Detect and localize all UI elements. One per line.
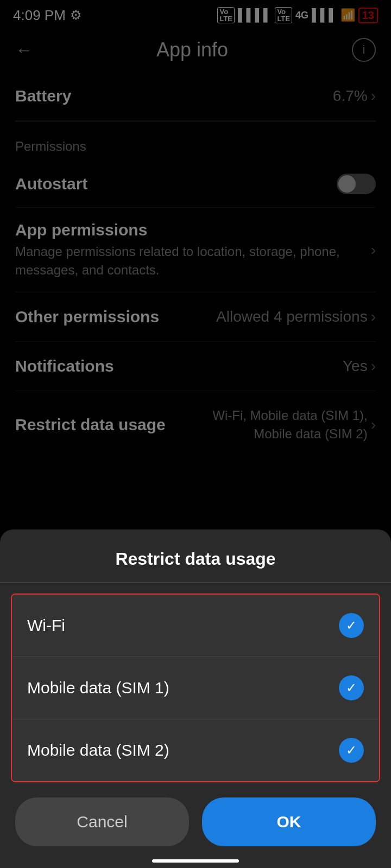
restrict-data-usage-modal: Restrict data usage Wi-Fi ✓ Mobile data … (0, 529, 391, 868)
cancel-button[interactable]: Cancel (15, 797, 189, 846)
sim2-checkbox[interactable]: ✓ (339, 738, 364, 763)
sim1-option-label: Mobile data (SIM 1) (27, 679, 169, 697)
wifi-option-item[interactable]: Wi-Fi ✓ (12, 595, 379, 656)
data-options-list: Wi-Fi ✓ Mobile data (SIM 1) ✓ Mobile dat… (11, 593, 380, 782)
sim2-checkmark-icon: ✓ (346, 743, 357, 758)
wifi-option-label: Wi-Fi (27, 616, 65, 635)
sim1-checkbox[interactable]: ✓ (339, 675, 364, 700)
home-indicator (152, 859, 239, 863)
sim1-checkmark-icon: ✓ (346, 680, 357, 695)
wifi-checkbox[interactable]: ✓ (339, 613, 364, 638)
modal-buttons: Cancel OK (0, 782, 391, 857)
wifi-checkmark-icon: ✓ (346, 618, 357, 633)
sim2-option-label: Mobile data (SIM 2) (27, 741, 169, 760)
ok-button[interactable]: OK (202, 797, 376, 846)
modal-title: Restrict data usage (0, 529, 391, 582)
sim2-option-item[interactable]: Mobile data (SIM 2) ✓ (12, 719, 379, 781)
sim1-option-item[interactable]: Mobile data (SIM 1) ✓ (12, 656, 379, 719)
